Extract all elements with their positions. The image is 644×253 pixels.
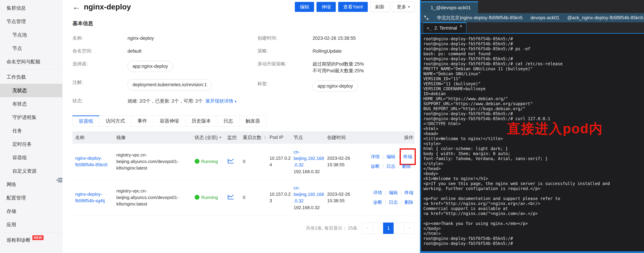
pod-action-link[interactable]: 终端	[403, 154, 412, 159]
info-row: 命名空间:default	[72, 46, 258, 54]
terminal-session-id: @ack_nginx-deploy-fb5f6f54b-85kn5	[567, 15, 643, 20]
page-number-active[interactable]: 1	[383, 222, 394, 234]
secondary-action-button[interactable]: 刷新	[370, 2, 390, 12]
sidebar-item[interactable]: 自定义资源	[0, 164, 62, 178]
sidebar-item-label: 定时任务	[12, 141, 32, 148]
tab-item[interactable]: 日志	[217, 116, 240, 126]
pod-action-link[interactable]: 日志	[386, 163, 395, 169]
terminal-session-tab[interactable]: 1_@devops-ack01	[421, 2, 478, 13]
pod-action-line: 详情|编辑|终端	[373, 188, 414, 198]
tab-terminal[interactable]: >_ 2. Terminal ×	[423, 22, 466, 33]
pod-action-link[interactable]: 终端	[404, 190, 414, 196]
pod-action-link[interactable]: 详情	[373, 190, 382, 196]
primary-action-button[interactable]: 编辑	[295, 2, 314, 12]
pod-action-link[interactable]: 删除	[404, 199, 414, 205]
sidebar-item-label: 有状态	[12, 101, 27, 107]
collapse-sidebar-icon[interactable]	[55, 176, 64, 184]
chevron-down-icon: ▼	[233, 100, 237, 103]
info-value: 超过期望的Pod数量:25% 不可用Pod最大数量:25%	[312, 60, 364, 74]
sidebar-item[interactable]: 网络	[0, 178, 62, 191]
sidebar-item[interactable]: 存储	[0, 205, 62, 218]
sidebar-item[interactable]: 无状态	[0, 84, 62, 97]
detail-tabs: 容器组访问方式事件容器伸缩历史版本日志触发器	[72, 116, 415, 126]
pod-action-link[interactable]: 编辑	[386, 154, 395, 160]
sidebar-item[interactable]: 节点	[0, 42, 62, 55]
pod-name-link[interactable]: nginx-deploy-fb5f6f54b-sg4tj	[75, 192, 105, 203]
page-nav-button[interactable]: ›	[394, 222, 404, 234]
pod-action-link[interactable]: 诊断	[371, 163, 380, 169]
tab-item[interactable]: 历史版本	[185, 116, 217, 126]
sidebar: 集群信息节点管理节点池节点命名空间与配额工作负载无状态有状态守护进程集任务定时任…	[0, 0, 62, 253]
section-title-basic-info: 基本信息	[72, 20, 415, 27]
page-nav-button[interactable]: «	[362, 222, 373, 234]
pod-action-link[interactable]: 编辑	[389, 190, 398, 196]
sidebar-item-label: 配置管理	[6, 195, 26, 201]
pod-restarts-cell: 0	[243, 159, 270, 164]
sidebar-item[interactable]: 巡检和诊断NEW	[0, 234, 62, 247]
primary-action-button[interactable]: 伸缩	[316, 2, 336, 12]
column-header-node: 节点	[294, 134, 327, 140]
terminal-prompt-icon: >_	[427, 26, 432, 30]
terminal-session-tabbar: 1_@devops-ack01	[421, 0, 644, 13]
node-link[interactable]: cn-beijing.192.168.0.32	[294, 185, 325, 204]
sidebar-item[interactable]: 任务	[0, 124, 62, 138]
status-dot-icon	[195, 159, 200, 164]
node-link[interactable]: cn-beijing.192.168.0.32	[294, 149, 325, 168]
info-text: 2023-02-26 15:38:55	[312, 36, 356, 41]
pod-name-link[interactable]: nginx-deploy-fb5f6f54b-85kn5	[75, 156, 108, 167]
pod-actions-cell: 详情|编辑|终端诊断|日志|删除	[364, 188, 415, 207]
page-nav-button[interactable]: »	[404, 222, 415, 234]
column-header-created: 创建时间	[327, 134, 364, 140]
sidebar-item-label: 工作负载	[6, 74, 26, 80]
pod-action-link[interactable]: 诊断	[373, 199, 382, 205]
sidebar-item[interactable]: 节点管理	[0, 15, 62, 28]
pod-actions-box: 详情|编辑|终端诊断|日志|删除	[373, 188, 414, 207]
sidebar-item-label: 容器组	[12, 154, 27, 161]
back-arrow-icon[interactable]: ←	[72, 3, 80, 11]
sidebar-item[interactable]: 节点池	[0, 28, 62, 42]
sidebar-item-label: 应用	[6, 222, 16, 228]
pod-action-link[interactable]: 日志	[389, 199, 398, 205]
tab-active[interactable]: 容器组	[72, 116, 100, 126]
collapse-sidebar-glyph	[56, 177, 63, 183]
tab-item[interactable]: 容器伸缩	[153, 116, 185, 126]
monitor-chart-icon[interactable]	[227, 158, 234, 165]
button-label: 伸缩	[322, 4, 331, 10]
tag-pill: app:nginx-deploy	[312, 80, 358, 92]
info-value: app:nginx-deploy	[128, 60, 173, 72]
action-separator: |	[382, 164, 384, 169]
terminal-tab-label: 2. Terminal	[434, 26, 457, 31]
pod-status-text: Running	[201, 195, 218, 200]
terminal-session-info-bar: 华北2(北京)nginx-deploy-fb5f6f54b-85kn5 devo…	[421, 13, 644, 22]
secondary-action-button[interactable]: 更多▾	[392, 2, 415, 12]
info-value: default	[128, 46, 142, 54]
sidebar-item[interactable]: 应用	[0, 218, 62, 232]
tab-item[interactable]: 触发器	[239, 116, 266, 126]
sidebar-item[interactable]: 集群信息	[0, 2, 62, 15]
sidebar-item[interactable]: 配置管理	[0, 191, 62, 205]
sidebar-item[interactable]: 命名空间与配额	[0, 55, 62, 68]
pod-action-link[interactable]: 详情	[371, 154, 380, 160]
pod-action-line: 诊断|日志|删除	[373, 198, 414, 207]
tab-item[interactable]: 事件	[131, 116, 154, 126]
sidebar-item[interactable]: 定时任务	[0, 138, 62, 151]
sidebar-item[interactable]: 有状态	[0, 97, 62, 111]
action-separator: |	[385, 190, 386, 195]
close-terminal-tab-icon[interactable]: ×	[460, 24, 462, 29]
sidebar-item[interactable]: 守护进程集	[0, 111, 62, 124]
monitor-chart-icon[interactable]	[227, 194, 234, 201]
terminal-output[interactable]: root@nginx-deploy-fb5f6f54b-85kn5:/# roo…	[421, 34, 644, 251]
collapse-panel-icon[interactable]	[424, 15, 429, 20]
info-label: 命名空间:	[72, 46, 128, 54]
pod-status-text: Running	[201, 159, 218, 164]
sidebar-item-label: 自定义资源	[12, 168, 36, 174]
column-header-status[interactable]: 状态 (全部)▼	[195, 134, 227, 140]
tab-item[interactable]: 访问方式	[99, 116, 131, 126]
column-header-restarts[interactable]: 重启次数▲▼	[243, 134, 270, 140]
sidebar-item[interactable]: 容器组	[0, 151, 62, 164]
primary-action-button[interactable]: 查看Yaml	[338, 2, 368, 12]
expand-status-link[interactable]: 展开现状详情 ▼	[206, 98, 237, 104]
page-nav-button[interactable]: ‹	[372, 222, 383, 234]
pod-action-link[interactable]: 删除	[402, 163, 411, 169]
sidebar-item[interactable]: 工作负载	[0, 70, 62, 84]
